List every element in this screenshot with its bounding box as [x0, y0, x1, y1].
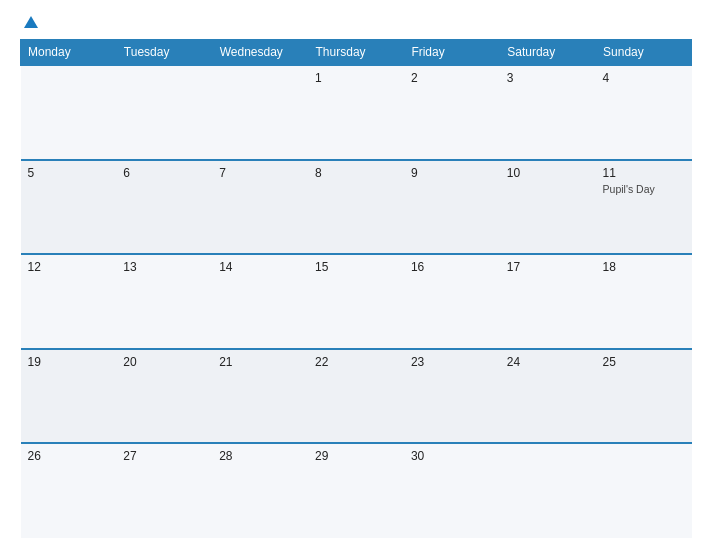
- calendar-cell: 6: [116, 160, 212, 255]
- calendar-cell: 29: [308, 443, 404, 538]
- calendar-cell: 27: [116, 443, 212, 538]
- calendar-cell: 25: [596, 349, 692, 444]
- calendar-cell: 14: [212, 254, 308, 349]
- calendar-cell: [500, 443, 596, 538]
- calendar-cell: 7: [212, 160, 308, 255]
- calendar-week-2: 567891011Pupil's Day: [21, 160, 692, 255]
- calendar-cell: 30: [404, 443, 500, 538]
- calendar-cell: 4: [596, 65, 692, 160]
- calendar-cell: 22: [308, 349, 404, 444]
- calendar-cell: 18: [596, 254, 692, 349]
- day-number: 28: [219, 449, 301, 463]
- day-number: 6: [123, 166, 205, 180]
- col-header-thursday: Thursday: [308, 40, 404, 66]
- calendar-header-row: MondayTuesdayWednesdayThursdayFridaySatu…: [21, 40, 692, 66]
- day-number: 18: [603, 260, 685, 274]
- calendar-cell: [212, 65, 308, 160]
- calendar-table: MondayTuesdayWednesdayThursdayFridaySatu…: [20, 39, 692, 538]
- event-label: Pupil's Day: [603, 183, 685, 197]
- calendar-cell: 8: [308, 160, 404, 255]
- header: [20, 16, 692, 29]
- day-number: 7: [219, 166, 301, 180]
- logo: [20, 16, 38, 29]
- calendar-cell: [116, 65, 212, 160]
- calendar-week-1: 1234: [21, 65, 692, 160]
- calendar-cell: 23: [404, 349, 500, 444]
- calendar-cell: 1: [308, 65, 404, 160]
- day-number: 23: [411, 355, 493, 369]
- day-number: 2: [411, 71, 493, 85]
- day-number: 8: [315, 166, 397, 180]
- calendar-cell: 16: [404, 254, 500, 349]
- day-number: 29: [315, 449, 397, 463]
- calendar-week-4: 19202122232425: [21, 349, 692, 444]
- calendar-cell: 21: [212, 349, 308, 444]
- day-number: 5: [28, 166, 110, 180]
- col-header-wednesday: Wednesday: [212, 40, 308, 66]
- calendar-cell: [21, 65, 117, 160]
- calendar-cell: 2: [404, 65, 500, 160]
- day-number: 16: [411, 260, 493, 274]
- day-number: 17: [507, 260, 589, 274]
- day-number: 20: [123, 355, 205, 369]
- day-number: 11: [603, 166, 685, 180]
- col-header-saturday: Saturday: [500, 40, 596, 66]
- page: MondayTuesdayWednesdayThursdayFridaySatu…: [0, 0, 712, 550]
- calendar-week-5: 2627282930: [21, 443, 692, 538]
- day-number: 27: [123, 449, 205, 463]
- calendar-cell: 24: [500, 349, 596, 444]
- day-number: 25: [603, 355, 685, 369]
- calendar-cell: 26: [21, 443, 117, 538]
- calendar-cell: 15: [308, 254, 404, 349]
- logo-triangle-icon: [24, 16, 38, 28]
- day-number: 9: [411, 166, 493, 180]
- day-number: 13: [123, 260, 205, 274]
- calendar-cell: 12: [21, 254, 117, 349]
- calendar-cell: 13: [116, 254, 212, 349]
- calendar-cell: 10: [500, 160, 596, 255]
- col-header-friday: Friday: [404, 40, 500, 66]
- col-header-sunday: Sunday: [596, 40, 692, 66]
- calendar-cell: 17: [500, 254, 596, 349]
- calendar-cell: 5: [21, 160, 117, 255]
- day-number: 3: [507, 71, 589, 85]
- col-header-monday: Monday: [21, 40, 117, 66]
- calendar-cell: 9: [404, 160, 500, 255]
- day-number: 26: [28, 449, 110, 463]
- day-number: 22: [315, 355, 397, 369]
- calendar-cell: 19: [21, 349, 117, 444]
- day-number: 12: [28, 260, 110, 274]
- calendar-cell: 11Pupil's Day: [596, 160, 692, 255]
- day-number: 24: [507, 355, 589, 369]
- day-number: 4: [603, 71, 685, 85]
- calendar-cell: 28: [212, 443, 308, 538]
- calendar-cell: 3: [500, 65, 596, 160]
- day-number: 30: [411, 449, 493, 463]
- day-number: 10: [507, 166, 589, 180]
- day-number: 1: [315, 71, 397, 85]
- day-number: 15: [315, 260, 397, 274]
- day-number: 14: [219, 260, 301, 274]
- calendar-week-3: 12131415161718: [21, 254, 692, 349]
- day-number: 19: [28, 355, 110, 369]
- col-header-tuesday: Tuesday: [116, 40, 212, 66]
- day-number: 21: [219, 355, 301, 369]
- calendar-cell: [596, 443, 692, 538]
- calendar-cell: 20: [116, 349, 212, 444]
